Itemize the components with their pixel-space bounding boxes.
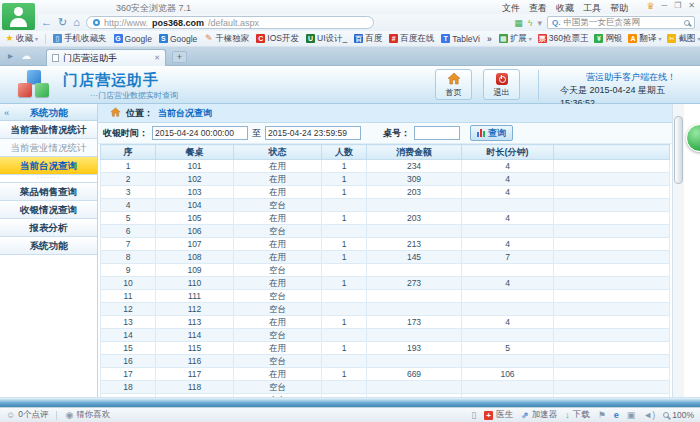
bookmark-label: 千橡独家 bbox=[215, 33, 249, 45]
tab-title: 门店营运助手 bbox=[63, 52, 150, 65]
page-scrollbar[interactable] bbox=[672, 104, 684, 397]
time-from-input[interactable] bbox=[152, 126, 248, 140]
bookmarks-overflow-icon[interactable]: » bbox=[487, 34, 492, 44]
addressbar-icon[interactable]: ▦ bbox=[514, 18, 523, 28]
table-cell: 104 bbox=[156, 199, 234, 212]
bookmark-item[interactable]: ▦扩展▾ bbox=[499, 33, 532, 45]
restore-tabs-icon[interactable]: ▸ bbox=[8, 50, 13, 61]
table-cell-filler bbox=[554, 368, 670, 381]
window-icon[interactable]: ▣ bbox=[627, 410, 636, 420]
bookmark-item[interactable]: A翻译▾ bbox=[628, 33, 661, 45]
search-input[interactable] bbox=[563, 18, 681, 28]
doctor-icon-glyph: + bbox=[484, 411, 493, 420]
webpage: 门店营运助手 ···门店营业数据实时查询 首页 退出 营运助手客户端在线！ 今天… bbox=[0, 66, 700, 407]
browser-home-button[interactable]: ⌂ bbox=[73, 16, 80, 29]
back-button[interactable]: ← bbox=[41, 16, 52, 29]
status-label: 0个点评 bbox=[18, 409, 48, 421]
download-icon-glyph: ↓ bbox=[565, 410, 570, 420]
bookmark-item[interactable]: ✂截图▾ bbox=[667, 33, 700, 45]
addressbar-icon[interactable]: ▾ bbox=[537, 18, 542, 28]
chevron-down-icon[interactable]: ▾ bbox=[529, 35, 532, 42]
app-home-button[interactable]: 首页 bbox=[435, 69, 472, 100]
page-body: « 系统功能 当前营业情况统计当前营业情况统计当前台况查询·······菜品销售… bbox=[0, 104, 700, 397]
bookmark-item[interactable]: UUI设计_ bbox=[306, 33, 347, 45]
browser-account-avatar[interactable] bbox=[2, 3, 35, 30]
sidebar-item-group[interactable]: 收银情况查询 bbox=[0, 201, 97, 219]
chevron-down-icon[interactable]: ▾ bbox=[35, 35, 38, 42]
table-cell bbox=[462, 290, 554, 303]
table-cell: 112 bbox=[156, 303, 234, 316]
flag-icon[interactable]: ⚑ bbox=[598, 410, 606, 420]
accelerator-icon[interactable]: ⇗加速器 bbox=[521, 409, 557, 421]
doctor-icon[interactable]: +医生 bbox=[484, 409, 513, 421]
bookmark-item[interactable]: SGoogle bbox=[159, 34, 197, 44]
table-cell-filler bbox=[554, 225, 670, 238]
zoom-level[interactable]: 100% bbox=[663, 410, 694, 420]
time-filter-label: 收银时间： bbox=[103, 127, 148, 140]
close-button[interactable]: ✕ bbox=[688, 1, 695, 11]
sidebar-header-label: 系统功能 bbox=[30, 107, 68, 118]
refresh-button[interactable]: ↻ bbox=[58, 16, 67, 29]
sidebar: « 系统功能 当前营业情况统计当前营业情况统计当前台况查询·······菜品销售… bbox=[0, 104, 98, 397]
bookmark-label: 百度 bbox=[365, 33, 382, 45]
scrollbar-thumb[interactable] bbox=[674, 116, 683, 184]
bookmark-item[interactable]: 票360抢票王 bbox=[538, 33, 589, 45]
status-left-item[interactable]: ☺0个点评 bbox=[6, 409, 48, 421]
sidebar-item-sub[interactable]: 当前营业情况统计 bbox=[0, 139, 97, 157]
bookmark-label: 360抢票王 bbox=[549, 33, 589, 45]
house-icon bbox=[436, 72, 471, 87]
bookmark-item[interactable]: ✎千橡独家 bbox=[204, 33, 249, 45]
sidebar-item-group[interactable]: 菜品销售查询 bbox=[0, 183, 97, 201]
bookmark-favicon: ✂ bbox=[667, 34, 676, 43]
bookmark-item[interactable]: 百百度 bbox=[354, 33, 382, 45]
table-no-input[interactable] bbox=[414, 126, 460, 140]
browser-search-box[interactable]: Q. bbox=[547, 16, 695, 29]
table-cell: 18 bbox=[101, 381, 156, 394]
table-cell: 7 bbox=[462, 251, 554, 264]
power-icon bbox=[484, 72, 519, 87]
url-path: /default.aspx bbox=[208, 18, 259, 28]
speaker-icon[interactable]: ◄) bbox=[643, 410, 655, 420]
cloud-sync-icon[interactable]: ☁ bbox=[21, 50, 31, 61]
minimize-button[interactable]: ─ bbox=[661, 1, 667, 11]
new-tab-button[interactable]: + bbox=[172, 51, 187, 63]
sidebar-item-group[interactable]: 报表分析 bbox=[0, 219, 97, 237]
table-row: 9109空台 bbox=[101, 264, 670, 277]
chevron-down-icon[interactable]: ▾ bbox=[658, 35, 661, 42]
restore-button[interactable]: ❐ bbox=[674, 1, 681, 11]
status-left-item[interactable]: ◉猜你喜欢 bbox=[65, 409, 110, 421]
search-icon[interactable] bbox=[684, 20, 690, 26]
tab-active[interactable]: 门店营运助手 ✕ bbox=[46, 49, 166, 66]
bookmark-label: IOS开发 bbox=[267, 33, 299, 45]
url-field[interactable]: http://www.pos368.com/default.aspx bbox=[86, 16, 374, 29]
bookmark-item[interactable]: TTableVi bbox=[441, 34, 480, 44]
time-to-input[interactable] bbox=[265, 126, 361, 140]
query-button[interactable]: 查询 bbox=[470, 125, 513, 141]
status-label: 加速器 bbox=[532, 409, 558, 421]
sidebar-item-group[interactable]: 系统功能 bbox=[0, 237, 97, 255]
app-exit-button[interactable]: 退出 bbox=[483, 69, 520, 100]
table-cell: 106 bbox=[156, 225, 234, 238]
download-icon[interactable]: ↓下载 bbox=[565, 409, 590, 421]
bookmark-item[interactable]: #百度在线 bbox=[389, 33, 434, 45]
vip-crown-icon[interactable]: ♛ bbox=[646, 1, 654, 11]
table-cell: 110 bbox=[156, 277, 234, 290]
bookmark-item[interactable]: ★收藏▾ bbox=[5, 33, 38, 45]
table-no-label: 桌号： bbox=[383, 127, 410, 140]
table-cell-filler bbox=[554, 381, 670, 394]
bookmark-item[interactable]: GGoogle bbox=[114, 34, 152, 44]
phone-icon[interactable]: ▯ bbox=[471, 410, 476, 420]
sidebar-item-group[interactable]: 当前营业情况统计 bbox=[0, 121, 97, 139]
addressbar-icon[interactable]: ϟ bbox=[528, 18, 533, 28]
bookmark-item[interactable]: ¥网银 bbox=[594, 33, 622, 45]
bookmark-favicon: 票 bbox=[538, 34, 547, 43]
bookmark-item[interactable]: CIOS开发 bbox=[256, 33, 299, 45]
sidebar-item-active[interactable]: 当前台况查询 bbox=[0, 157, 97, 175]
bookmark-item[interactable]: ▯手机收藏夹 bbox=[53, 33, 107, 45]
ie-icon[interactable]: e bbox=[614, 410, 619, 420]
bookmark-favicon: ¥ bbox=[594, 34, 603, 43]
sidebar-collapse-icon[interactable]: « bbox=[4, 104, 9, 121]
bookmark-label: 收藏 bbox=[16, 33, 33, 45]
tab-close-icon[interactable]: ✕ bbox=[154, 54, 160, 62]
table-cell bbox=[322, 225, 367, 238]
